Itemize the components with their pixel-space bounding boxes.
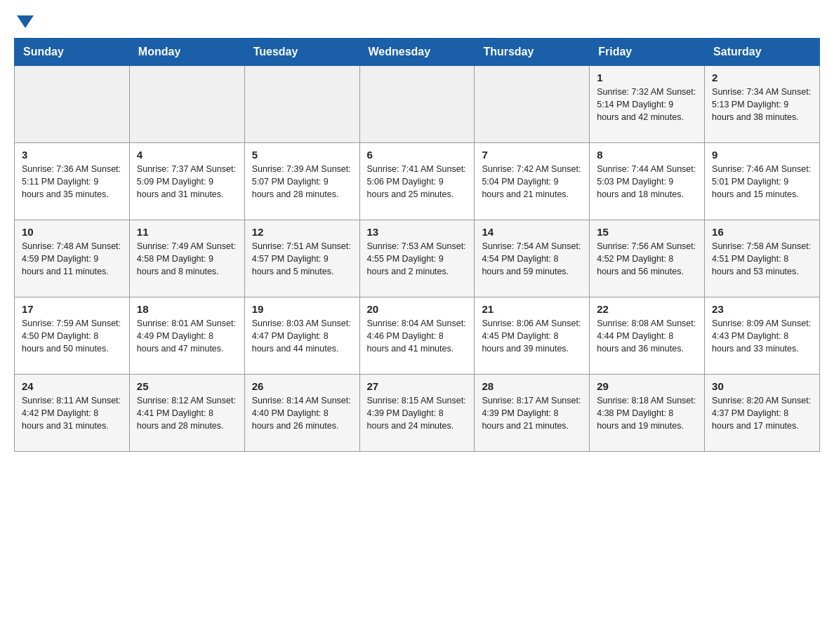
day-info: Sunrise: 7:59 AM Sunset: 4:50 PM Dayligh…	[22, 317, 122, 355]
day-number: 27	[367, 380, 468, 392]
day-info: Sunrise: 8:18 AM Sunset: 4:38 PM Dayligh…	[597, 394, 697, 432]
day-number: 17	[22, 303, 122, 315]
day-info: Sunrise: 8:15 AM Sunset: 4:39 PM Dayligh…	[367, 394, 468, 432]
day-number: 20	[367, 303, 468, 315]
day-info: Sunrise: 8:12 AM Sunset: 4:41 PM Dayligh…	[137, 394, 237, 432]
day-number: 10	[22, 226, 122, 238]
calendar-day-cell: 10Sunrise: 7:48 AM Sunset: 4:59 PM Dayli…	[15, 220, 130, 297]
day-info: Sunrise: 7:44 AM Sunset: 5:03 PM Dayligh…	[597, 163, 697, 201]
logo-triangle-icon	[17, 15, 34, 28]
calendar-day-cell: 17Sunrise: 7:59 AM Sunset: 4:50 PM Dayli…	[15, 297, 130, 375]
day-info: Sunrise: 7:42 AM Sunset: 5:04 PM Dayligh…	[482, 163, 582, 201]
calendar-day-cell: 5Sunrise: 7:39 AM Sunset: 5:07 PM Daylig…	[244, 143, 359, 220]
day-info: Sunrise: 7:48 AM Sunset: 4:59 PM Dayligh…	[22, 240, 122, 278]
calendar-day-cell: 22Sunrise: 8:08 AM Sunset: 4:44 PM Dayli…	[590, 297, 705, 375]
calendar-day-cell: 27Sunrise: 8:15 AM Sunset: 4:39 PM Dayli…	[359, 375, 475, 452]
logo	[14, 14, 34, 24]
day-info: Sunrise: 7:34 AM Sunset: 5:13 PM Dayligh…	[712, 86, 812, 123]
day-info: Sunrise: 8:04 AM Sunset: 4:46 PM Dayligh…	[367, 317, 468, 355]
day-info: Sunrise: 8:17 AM Sunset: 4:39 PM Dayligh…	[482, 394, 582, 432]
day-number: 22	[597, 303, 697, 315]
day-number: 9	[712, 149, 812, 161]
day-info: Sunrise: 8:09 AM Sunset: 4:43 PM Dayligh…	[712, 317, 812, 355]
calendar-week-row: 17Sunrise: 7:59 AM Sunset: 4:50 PM Dayli…	[15, 297, 820, 375]
day-number: 29	[597, 380, 697, 392]
calendar-day-cell: 21Sunrise: 8:06 AM Sunset: 4:45 PM Dayli…	[475, 297, 590, 375]
day-info: Sunrise: 8:08 AM Sunset: 4:44 PM Dayligh…	[597, 317, 697, 355]
calendar-header-thursday: Thursday	[475, 39, 590, 66]
day-info: Sunrise: 7:32 AM Sunset: 5:14 PM Dayligh…	[597, 86, 697, 123]
day-info: Sunrise: 7:36 AM Sunset: 5:11 PM Dayligh…	[22, 163, 122, 201]
calendar-header-friday: Friday	[590, 39, 705, 66]
day-number: 16	[712, 226, 812, 238]
calendar-day-cell: 30Sunrise: 8:20 AM Sunset: 4:37 PM Dayli…	[705, 375, 820, 452]
calendar-day-cell: 28Sunrise: 8:17 AM Sunset: 4:39 PM Dayli…	[475, 375, 590, 452]
day-number: 5	[252, 149, 352, 161]
calendar-header-row: SundayMondayTuesdayWednesdayThursdayFrid…	[15, 39, 820, 66]
calendar-header-sunday: Sunday	[15, 39, 130, 66]
day-number: 12	[252, 226, 352, 238]
day-info: Sunrise: 7:51 AM Sunset: 4:57 PM Dayligh…	[252, 240, 352, 278]
calendar-day-cell: 7Sunrise: 7:42 AM Sunset: 5:04 PM Daylig…	[475, 143, 590, 220]
calendar-day-cell: 3Sunrise: 7:36 AM Sunset: 5:11 PM Daylig…	[15, 143, 130, 220]
calendar-day-cell: 16Sunrise: 7:58 AM Sunset: 4:51 PM Dayli…	[705, 220, 820, 297]
day-info: Sunrise: 7:54 AM Sunset: 4:54 PM Dayligh…	[482, 240, 582, 278]
calendar-header-tuesday: Tuesday	[244, 39, 359, 66]
calendar-day-cell: 12Sunrise: 7:51 AM Sunset: 4:57 PM Dayli…	[244, 220, 359, 297]
calendar-day-cell: 23Sunrise: 8:09 AM Sunset: 4:43 PM Dayli…	[705, 297, 820, 375]
calendar-day-cell: 6Sunrise: 7:41 AM Sunset: 5:06 PM Daylig…	[359, 143, 475, 220]
day-info: Sunrise: 8:01 AM Sunset: 4:49 PM Dayligh…	[137, 317, 237, 355]
calendar-day-cell	[475, 66, 590, 143]
calendar-day-cell: 13Sunrise: 7:53 AM Sunset: 4:55 PM Dayli…	[359, 220, 475, 297]
day-info: Sunrise: 7:39 AM Sunset: 5:07 PM Dayligh…	[252, 163, 352, 201]
calendar-day-cell: 26Sunrise: 8:14 AM Sunset: 4:40 PM Dayli…	[244, 375, 359, 452]
calendar-day-cell: 20Sunrise: 8:04 AM Sunset: 4:46 PM Dayli…	[359, 297, 475, 375]
calendar-day-cell: 2Sunrise: 7:34 AM Sunset: 5:13 PM Daylig…	[705, 66, 820, 143]
calendar-day-cell: 29Sunrise: 8:18 AM Sunset: 4:38 PM Dayli…	[590, 375, 705, 452]
calendar-day-cell	[244, 66, 359, 143]
calendar-day-cell: 19Sunrise: 8:03 AM Sunset: 4:47 PM Dayli…	[244, 297, 359, 375]
day-info: Sunrise: 7:53 AM Sunset: 4:55 PM Dayligh…	[367, 240, 468, 278]
day-number: 21	[482, 303, 582, 315]
day-number: 2	[712, 72, 812, 83]
day-info: Sunrise: 7:58 AM Sunset: 4:51 PM Dayligh…	[712, 240, 812, 278]
day-number: 7	[482, 149, 582, 161]
day-number: 26	[252, 380, 352, 392]
day-number: 13	[367, 226, 468, 238]
calendar-day-cell	[15, 66, 130, 143]
day-info: Sunrise: 7:56 AM Sunset: 4:52 PM Dayligh…	[597, 240, 697, 278]
calendar-header-monday: Monday	[129, 39, 244, 66]
calendar-day-cell	[359, 66, 475, 143]
calendar-day-cell: 25Sunrise: 8:12 AM Sunset: 4:41 PM Dayli…	[129, 375, 244, 452]
day-number: 23	[712, 303, 812, 315]
day-info: Sunrise: 7:41 AM Sunset: 5:06 PM Dayligh…	[367, 163, 468, 201]
day-number: 19	[252, 303, 352, 315]
calendar-week-row: 1Sunrise: 7:32 AM Sunset: 5:14 PM Daylig…	[15, 66, 820, 143]
day-number: 15	[597, 226, 697, 238]
calendar-day-cell: 9Sunrise: 7:46 AM Sunset: 5:01 PM Daylig…	[705, 143, 820, 220]
calendar-day-cell	[129, 66, 244, 143]
page-header	[14, 14, 820, 24]
day-info: Sunrise: 7:46 AM Sunset: 5:01 PM Dayligh…	[712, 163, 812, 201]
day-number: 14	[482, 226, 582, 238]
day-number: 28	[482, 380, 582, 392]
day-number: 30	[712, 380, 812, 392]
calendar-day-cell: 4Sunrise: 7:37 AM Sunset: 5:09 PM Daylig…	[129, 143, 244, 220]
calendar-day-cell: 8Sunrise: 7:44 AM Sunset: 5:03 PM Daylig…	[590, 143, 705, 220]
calendar-week-row: 10Sunrise: 7:48 AM Sunset: 4:59 PM Dayli…	[15, 220, 820, 297]
calendar-day-cell: 15Sunrise: 7:56 AM Sunset: 4:52 PM Dayli…	[590, 220, 705, 297]
day-number: 1	[597, 72, 697, 83]
day-info: Sunrise: 8:14 AM Sunset: 4:40 PM Dayligh…	[252, 394, 352, 432]
calendar-header-saturday: Saturday	[705, 39, 820, 66]
day-info: Sunrise: 8:20 AM Sunset: 4:37 PM Dayligh…	[712, 394, 812, 432]
calendar-week-row: 24Sunrise: 8:11 AM Sunset: 4:42 PM Dayli…	[15, 375, 820, 452]
calendar-day-cell: 18Sunrise: 8:01 AM Sunset: 4:49 PM Dayli…	[129, 297, 244, 375]
day-number: 25	[137, 380, 237, 392]
day-number: 4	[137, 149, 237, 161]
day-info: Sunrise: 8:11 AM Sunset: 4:42 PM Dayligh…	[22, 394, 122, 432]
day-number: 18	[137, 303, 237, 315]
day-info: Sunrise: 7:37 AM Sunset: 5:09 PM Dayligh…	[137, 163, 237, 201]
calendar-day-cell: 14Sunrise: 7:54 AM Sunset: 4:54 PM Dayli…	[475, 220, 590, 297]
day-number: 6	[367, 149, 468, 161]
day-number: 11	[137, 226, 237, 238]
